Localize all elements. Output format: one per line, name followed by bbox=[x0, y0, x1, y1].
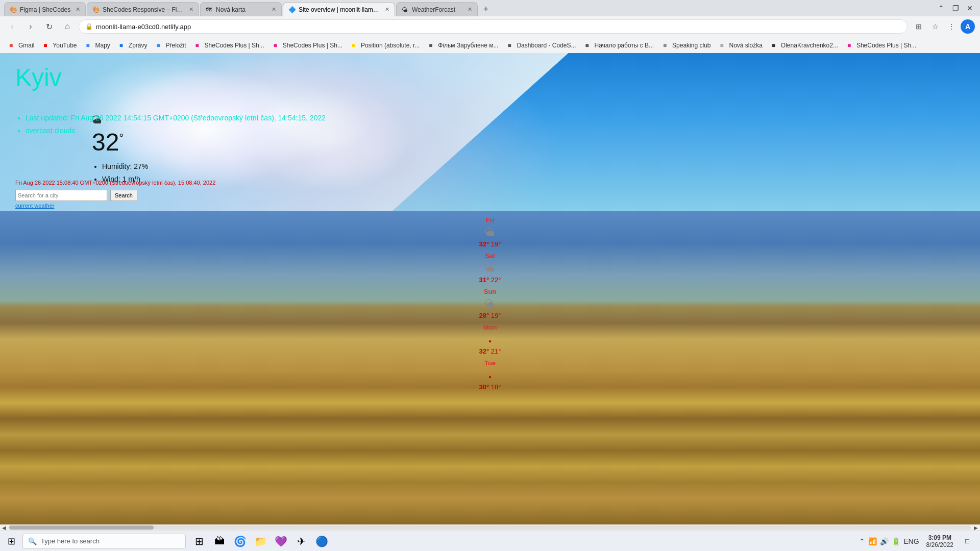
forecast-low: 19° bbox=[491, 240, 501, 248]
tab-close-button[interactable]: ✕ bbox=[189, 6, 193, 13]
extensions-icon[interactable]: ⊞ bbox=[912, 19, 926, 34]
chrome-browser[interactable]: 🔵 bbox=[312, 532, 331, 550]
weather-app: Kyiv Last updated: Fri Aug 26 2022 14:54… bbox=[0, 53, 980, 531]
taskbar-clock[interactable]: 3:09 PM 8/26/2022 bbox=[922, 534, 958, 548]
photos-app[interactable]: 🏔 bbox=[210, 532, 229, 550]
tabs-container: 🎨Figma | SheCodes✕🎨SheCodes Responsive –… bbox=[4, 0, 931, 16]
bookmark-star-icon[interactable]: ☆ bbox=[928, 19, 942, 34]
forecast-day-item: Fri 🌥 32° 19° bbox=[479, 216, 501, 248]
bookmark-item[interactable]: ■OlenaKravchenko2... bbox=[768, 39, 842, 52]
taskbar-search-icon: 🔍 bbox=[28, 537, 37, 545]
forecast-high: 28° bbox=[479, 312, 489, 319]
bookmark-item[interactable]: ■Speaking club bbox=[659, 39, 715, 52]
tab-close-button[interactable]: ✕ bbox=[76, 6, 80, 13]
current-weather-button[interactable]: current weather bbox=[15, 203, 54, 209]
viber-app[interactable]: 💜 bbox=[272, 532, 290, 550]
battery-icon[interactable]: 🔋 bbox=[892, 537, 900, 545]
bookmark-label: SheCodes Plus | Sh... bbox=[283, 42, 342, 49]
windows-icon[interactable]: ⊞ bbox=[190, 532, 208, 550]
browser-tab[interactable]: 🌤WeatherForcast✕ bbox=[396, 2, 478, 16]
tab-favicon: 🎨 bbox=[92, 6, 100, 13]
bookmark-label: Position (absolute, r... bbox=[361, 42, 420, 49]
bookmark-item[interactable]: ■SheCodes Plus | Sh... bbox=[843, 39, 920, 52]
browser-tab[interactable]: 🗺Nová karta✕ bbox=[200, 2, 282, 16]
address-bar: ‹ › ↻ ⌂ 🔒 moonlit-llama-e03cd0.netlify.a… bbox=[0, 16, 980, 37]
tab-label: WeatherForcast bbox=[412, 6, 464, 13]
bookmark-item[interactable]: ■Přeložit bbox=[153, 39, 190, 52]
forecast-temps: 32° 21° bbox=[479, 347, 501, 355]
bookmark-item[interactable]: ■Mapy bbox=[82, 39, 114, 52]
bookmark-item[interactable]: ■SheCodes Plus | Sh... bbox=[191, 39, 268, 52]
address-icons: ⊞ ☆ ⋮ A bbox=[912, 19, 975, 34]
bookmark-favicon: ■ bbox=[585, 42, 593, 49]
bookmark-favicon: ■ bbox=[352, 42, 359, 49]
bookmark-item[interactable]: ■Position (absolute, r... bbox=[348, 39, 424, 52]
scroll-left-button[interactable]: ◀ bbox=[0, 524, 8, 531]
horizontal-scrollbar[interactable]: ◀ ▶ bbox=[0, 524, 980, 531]
bookmark-label: Фільм Зарублене м... bbox=[438, 42, 498, 49]
back-button[interactable]: ‹ bbox=[5, 19, 19, 34]
browser-menu-icon[interactable]: ⋮ bbox=[944, 19, 959, 34]
browser-tab[interactable]: 🔷Site overview | moonlit-llama-e0...✕ bbox=[283, 2, 395, 16]
language-indicator[interactable]: ENG bbox=[903, 537, 919, 545]
minimize-button[interactable]: ⌃ bbox=[935, 2, 947, 14]
bookmark-favicon: ■ bbox=[157, 42, 164, 49]
volume-icon[interactable]: 🔊 bbox=[880, 537, 889, 545]
browser-tab[interactable]: 🎨Figma | SheCodes✕ bbox=[4, 2, 86, 16]
bookmark-item[interactable]: ■SheCodes Plus | Sh... bbox=[270, 39, 347, 52]
notification-center-button[interactable]: □ bbox=[960, 531, 975, 552]
scrollbar-thumb[interactable] bbox=[9, 525, 154, 530]
home-button[interactable]: ⌂ bbox=[60, 19, 75, 34]
bookmark-item[interactable]: ■Начало работы с B... bbox=[581, 39, 658, 52]
bookmark-label: Speaking club bbox=[672, 42, 710, 49]
forecast-temps: 32° 19° bbox=[479, 240, 501, 248]
tab-label: SheCodes Responsive – Figma bbox=[103, 6, 186, 13]
tab-close-button[interactable]: ✕ bbox=[468, 6, 472, 13]
bookmark-favicon: ■ bbox=[119, 42, 127, 49]
taskbar-search[interactable]: 🔍 Type here to search bbox=[22, 534, 186, 549]
bookmark-item[interactable]: ■Nová složka bbox=[716, 39, 766, 52]
forecast-icon: ● bbox=[479, 368, 501, 382]
bookmark-item[interactable]: ■Фільм Зарублене м... bbox=[425, 39, 502, 52]
bookmark-label: Mapy bbox=[95, 42, 110, 49]
bookmark-label: Zprávy bbox=[129, 42, 148, 49]
forecast-temps: 31° 22° bbox=[479, 276, 501, 284]
file-explorer[interactable]: 📁 bbox=[251, 532, 270, 550]
tab-close-button[interactable]: ✕ bbox=[272, 6, 276, 13]
lock-icon: 🔒 bbox=[85, 23, 93, 30]
network-icon[interactable]: 📶 bbox=[868, 537, 877, 545]
edge-browser[interactable]: 🌀 bbox=[231, 532, 249, 550]
forecast-day-item: Sat 🌥 31° 22° bbox=[479, 252, 501, 284]
restore-button[interactable]: ❐ bbox=[949, 2, 962, 14]
forecast-high: 32° bbox=[479, 240, 489, 248]
browser-tab[interactable]: 🎨SheCodes Responsive – Figma✕ bbox=[87, 2, 199, 16]
new-tab-button[interactable]: + bbox=[479, 2, 493, 16]
tab-favicon: 🎨 bbox=[10, 6, 17, 13]
forecast-temps: 30° 18° bbox=[479, 383, 501, 391]
bookmark-favicon: ■ bbox=[720, 42, 727, 49]
close-button[interactable]: ✕ bbox=[964, 2, 976, 14]
bookmark-item[interactable]: ■Zprávy bbox=[115, 39, 152, 52]
start-button[interactable]: ⊞ bbox=[0, 531, 22, 552]
tab-favicon: 🌤 bbox=[402, 6, 409, 13]
refresh-button[interactable]: ↻ bbox=[42, 19, 56, 34]
forecast-day-item: Mon ● 32° 21° bbox=[479, 323, 501, 355]
bookmark-favicon: ■ bbox=[663, 42, 670, 49]
windows-logo-icon: ⊞ bbox=[8, 536, 15, 547]
url-bar[interactable]: 🔒 moonlit-llama-e03cd0.netlify.app bbox=[79, 19, 908, 34]
bookmark-item[interactable]: ■Dashboard - CodeS... bbox=[503, 39, 580, 52]
bookmark-item[interactable]: ■Gmail bbox=[5, 39, 38, 52]
tab-close-button[interactable]: ✕ bbox=[385, 6, 389, 13]
profile-avatar[interactable]: A bbox=[961, 19, 975, 34]
telegram-app[interactable]: ✈ bbox=[292, 532, 310, 550]
scroll-right-button[interactable]: ▶ bbox=[972, 524, 980, 531]
forward-button[interactable]: › bbox=[23, 19, 38, 34]
bookmark-label: SheCodes Plus | Sh... bbox=[856, 42, 916, 49]
forecast-icon: ● bbox=[479, 333, 501, 346]
bookmark-label: SheCodes Plus | Sh... bbox=[205, 42, 264, 49]
bookmark-favicon: ■ bbox=[429, 42, 436, 49]
bookmark-item[interactable]: ■YouTube bbox=[39, 39, 81, 52]
tray-chevron-icon[interactable]: ⌃ bbox=[859, 537, 865, 545]
forecast-day-name: Tue bbox=[479, 359, 501, 367]
forecast-icon: 🌥 bbox=[479, 226, 501, 239]
